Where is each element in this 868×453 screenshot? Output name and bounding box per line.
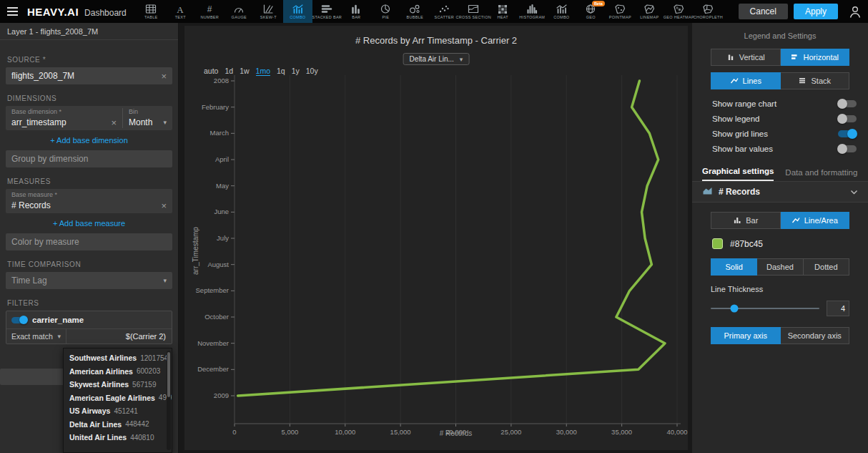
time-lag-select[interactable]: Time Lag ▾ bbox=[6, 272, 172, 289]
chart-svg: 05,00010,00015,00020,00025,00030,00035,0… bbox=[184, 26, 688, 450]
toolbar-item-linemap[interactable]: LINEMAP bbox=[635, 0, 664, 23]
time-comparison-section-label: TIME COMPARISON bbox=[7, 260, 171, 269]
clear-dimension-icon[interactable]: × bbox=[111, 118, 117, 127]
chevron-down-icon: ▾ bbox=[460, 56, 463, 63]
svg-text:April: April bbox=[215, 155, 229, 163]
toolbar-item-bubble[interactable]: BUBBLE bbox=[400, 0, 430, 23]
setting-show-legend: Show legend bbox=[692, 111, 868, 126]
user-icon[interactable] bbox=[848, 5, 862, 19]
cross-section-icon bbox=[468, 4, 479, 14]
stack-button[interactable]: Stack bbox=[781, 72, 850, 89]
range-10y[interactable]: 10y bbox=[306, 67, 318, 76]
gauge-icon bbox=[233, 4, 245, 14]
range-buttons: auto1d1w1mo1q1y10y bbox=[204, 67, 318, 76]
range-auto[interactable]: auto bbox=[204, 67, 218, 76]
tab-data-and-formatting[interactable]: Data and formatting bbox=[785, 168, 857, 181]
toolbar-item-scatter[interactable]: SCATTER bbox=[430, 0, 459, 23]
filter-name: carrier_name bbox=[32, 316, 84, 324]
show-grid-lines-toggle[interactable] bbox=[838, 130, 857, 137]
toolbar-item-text[interactable]: ATEXT bbox=[166, 0, 195, 23]
toolbar-item-choropleth[interactable]: CHOROPLETH bbox=[694, 0, 723, 23]
line-thickness-label: Line Thickness bbox=[711, 285, 849, 293]
toolbar-item-combo[interactable]: COMBO bbox=[283, 0, 312, 23]
add-base-measure-link[interactable]: + Add base measure bbox=[0, 219, 178, 228]
range-1d[interactable]: 1d bbox=[225, 67, 233, 76]
range-1q[interactable]: 1q bbox=[277, 67, 285, 76]
show-legend-toggle[interactable] bbox=[838, 115, 857, 122]
cancel-button[interactable]: Cancel bbox=[739, 4, 788, 19]
toolbar-item-cross-section[interactable]: CROSS SECTION bbox=[459, 0, 488, 23]
setting-show-grid-lines: Show grid lines bbox=[692, 126, 868, 141]
clear-measure-icon[interactable]: × bbox=[161, 201, 167, 210]
line-area-style-button[interactable]: Line/Area bbox=[781, 212, 850, 229]
dashed-button[interactable]: Dashed bbox=[757, 258, 803, 276]
choropleth-icon bbox=[702, 4, 714, 14]
suggestion-american-airlines[interactable]: American Airlines600203 bbox=[64, 365, 172, 379]
bar-style-button[interactable]: Bar bbox=[711, 212, 781, 229]
suggestion-skywest-airlines[interactable]: Skywest Airlines567159 bbox=[64, 378, 172, 391]
clear-source-icon[interactable]: × bbox=[161, 72, 167, 81]
chevron-down-icon: ▾ bbox=[163, 119, 167, 126]
suggestion-us-airways[interactable]: US Airways451241 bbox=[64, 404, 172, 418]
suggestion-delta-air-lines[interactable]: Delta Air Lines448442 bbox=[64, 418, 172, 432]
toolbar-item-table[interactable]: TABLE bbox=[137, 0, 166, 23]
heat-icon bbox=[497, 4, 508, 14]
solid-button[interactable]: Solid bbox=[711, 258, 757, 276]
toolbar-item-geo-heatmap[interactable]: GEO HEATMAP bbox=[664, 0, 694, 23]
chart-style-control: Bar Line/Area bbox=[711, 212, 849, 229]
toolbar-item-gauge[interactable]: GAUGE bbox=[225, 0, 254, 23]
line-style-control: Solid Dashed Dotted bbox=[711, 258, 849, 276]
horizontal-button[interactable]: Horizontal bbox=[781, 49, 850, 66]
line-thickness-value[interactable]: 4 bbox=[827, 301, 849, 316]
suggestion-southwest-airlines[interactable]: Southwest Airlines1201754 bbox=[64, 351, 172, 365]
svg-text:2009: 2009 bbox=[214, 391, 229, 399]
svg-text:March: March bbox=[210, 129, 229, 137]
line-thickness-slider[interactable] bbox=[711, 308, 819, 309]
color-swatch[interactable] bbox=[712, 238, 723, 249]
dropdown-scrollbar[interactable] bbox=[167, 351, 171, 450]
toolbar-item-histogram[interactable]: HISTOGRAM bbox=[518, 0, 547, 23]
suggestion-american-eagle-airlines[interactable]: American Eagle Airlines490693 bbox=[64, 391, 172, 405]
base-measure-field[interactable]: # Records × bbox=[11, 200, 167, 211]
tab-graphical-settings[interactable]: Graphical settings bbox=[702, 167, 774, 181]
toolbar-item-geo[interactable]: GEOBeta bbox=[576, 0, 606, 23]
range-1mo[interactable]: 1mo bbox=[256, 67, 270, 76]
range-1y[interactable]: 1y bbox=[292, 67, 300, 76]
toolbar-item-heat[interactable]: HEAT bbox=[488, 0, 518, 23]
slider-knob[interactable] bbox=[731, 305, 739, 313]
toolbar-item-pie[interactable]: PIE bbox=[371, 0, 400, 23]
primary-axis-button[interactable]: Primary axis bbox=[711, 327, 781, 344]
dotted-button[interactable]: Dotted bbox=[804, 258, 849, 276]
toolbar-item-combo2[interactable]: COMBO bbox=[547, 0, 576, 23]
vertical-button[interactable]: Vertical bbox=[711, 49, 781, 66]
toolbar-item-bar[interactable]: BAR bbox=[342, 0, 371, 23]
toolbar-item-number[interactable]: #NUMBER bbox=[195, 0, 225, 23]
group-by-dimension-field[interactable]: Group by dimension bbox=[6, 150, 172, 167]
measure-section-header[interactable]: # Records bbox=[692, 182, 868, 203]
color-by-measure-field[interactable]: Color by measure bbox=[6, 233, 172, 250]
show-bar-values-toggle[interactable] bbox=[838, 145, 857, 152]
bin-select[interactable]: Month ▾ bbox=[129, 117, 167, 128]
secondary-axis-button[interactable]: Secondary axis bbox=[781, 327, 850, 344]
display-toggles: Show range chartShow legendShow grid lin… bbox=[692, 96, 868, 156]
base-dimension-label: Base dimension * bbox=[11, 108, 117, 115]
lines-button[interactable]: Lines bbox=[711, 72, 781, 89]
suggestion-united-air-lines[interactable]: United Air Lines440810 bbox=[64, 431, 172, 444]
toolbar-item-pointmap[interactable]: POINTMAP bbox=[606, 0, 635, 23]
base-dimension-field[interactable]: arr_timestamp × bbox=[11, 117, 117, 128]
add-base-dimension-link[interactable]: + Add base dimension bbox=[0, 136, 178, 145]
toolbar-item-skewt[interactable]: SKEW-T bbox=[254, 0, 283, 23]
source-field[interactable]: flights_2008_7M × bbox=[6, 67, 172, 84]
show-range-chart-toggle[interactable] bbox=[838, 100, 857, 107]
partially-hidden-control[interactable] bbox=[0, 369, 68, 385]
match-mode-select[interactable]: Exact match ▾ bbox=[6, 329, 66, 344]
filter-value-input[interactable]: $(Carrier 2) bbox=[66, 329, 172, 344]
apply-button[interactable]: Apply bbox=[794, 4, 838, 19]
menu-icon[interactable] bbox=[0, 0, 24, 23]
range-1w[interactable]: 1w bbox=[240, 67, 249, 76]
skewt-icon bbox=[262, 4, 274, 14]
carrier-name-filter-toggle[interactable] bbox=[11, 317, 27, 323]
line-icon bbox=[730, 77, 739, 86]
toolbar-item-stacked-bar[interactable]: STACKED BAR bbox=[312, 0, 342, 23]
series-selector[interactable]: Delta Air Lin... ▾ bbox=[403, 53, 470, 65]
